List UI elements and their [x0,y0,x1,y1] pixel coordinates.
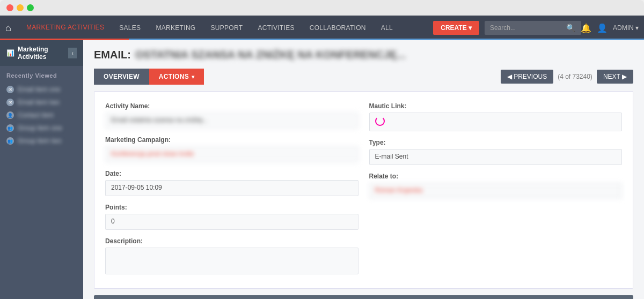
sidebar-item-3[interactable]: 👤 Contact item [0,109,83,122]
user-avatar-icon[interactable]: 👤 [597,23,608,33]
sidebar-recently-viewed: Recently Viewed ✉ Email item one ✉ Email… [0,66,83,154]
nav-item-sales[interactable]: SALES [112,16,148,40]
close-btn[interactable] [6,4,13,11]
actions-tab[interactable]: ACTIONS ▾ [149,69,204,85]
nav-item-support[interactable]: SUPPORT [203,16,250,40]
type-label: Type: [369,139,623,146]
date-field: Date: 2017-09-05 10:09 [105,170,358,196]
date-value: 2017-09-05 10:09 [105,180,358,196]
sidebar-section-title: Recently Viewed [0,72,83,83]
record-count: (4 of 73240) [558,73,592,80]
sidebar-item-4[interactable]: 👥 Group item one [0,122,83,134]
page-title-value: OSTATNIA SZANSA NA ZNIŻKĘ NA KONFERENCJĘ… [135,49,406,61]
window-chrome [0,0,644,16]
description-label: Description: [105,237,358,245]
nav-item-marketing[interactable]: MARKETING [148,16,203,40]
nav-item-all[interactable]: ALL [374,16,400,40]
next-button[interactable]: NEXT ▶ [597,70,633,84]
activity-name-value: Email ostatnia szansa na zniżkę... [105,113,358,129]
marketing-campaign-label: Marketing Campaign: [105,136,358,144]
sidebar-item-icon-1: ✉ [6,86,14,93]
top-nav: ⌂ MARKETING ACTIVITIES SALES MARKETING S… [0,16,644,40]
points-label: Points: [105,204,358,211]
sidebar-toggle-button[interactable]: ‹ [68,48,77,58]
app-body: 📊 Marketing Activities ‹ Recently Viewed… [0,40,644,299]
sidebar-item-label-1: Email item one [18,86,60,93]
marketing-campaign-field: Marketing Campaign: Konferencja prod clo… [105,136,358,162]
search-container: 🔍 [485,21,575,35]
date-label: Date: [105,170,358,177]
sidebar-header: 📊 Marketing Activities ‹ [0,40,83,66]
other-section-header: OTHER − [94,295,633,299]
sidebar-item-2[interactable]: ✉ Email item two [0,96,83,109]
sidebar-item-icon-5: 👥 [6,137,14,145]
activity-name-field: Activity Name: Email ostatnia szansa na … [105,102,358,129]
actions-caret-icon: ▾ [192,74,194,80]
minimize-btn[interactable] [17,4,24,11]
sidebar-item-1[interactable]: ✉ Email item one [0,83,83,96]
form-card: Activity Name: Email ostatnia szansa na … [94,91,633,289]
nav-right: CREATE ▾ 🔍 🔔 👤 ADMIN ▾ [433,21,639,35]
main-content: EMAIL: OSTATNIA SZANSA NA ZNIŻKĘ NA KONF… [83,40,644,299]
toolbar-tabs: OVERVIEW ACTIONS ▾ [94,69,204,85]
mautic-link-spinner [375,116,385,126]
toolbar: OVERVIEW ACTIONS ▾ ◀ PREVIOUS (4 of 7324… [94,69,633,85]
actions-label: ACTIONS [159,73,189,80]
create-button[interactable]: CREATE ▾ [433,21,479,35]
nav-item-activities[interactable]: ACTIVITIES [250,16,302,40]
mautic-link-field: Mautic Link: [369,102,623,131]
sidebar-item-icon-4: 👥 [6,124,14,132]
points-value: 0 [105,214,358,230]
overview-tab[interactable]: OVERVIEW [94,69,149,85]
points-field: Points: 0 [105,204,358,230]
sidebar-item-icon-2: ✉ [6,99,14,106]
sidebar-item-label-2: Email item two [18,99,60,106]
sidebar-item-label-3: Contact item [18,111,54,119]
notification-icon[interactable]: 🔔 [581,23,591,33]
nav-items: MARKETING ACTIVITIES SALES MARKETING SUP… [19,16,433,40]
relate-to-value: Roman Kopeska [369,183,623,199]
maximize-btn[interactable] [27,4,34,11]
page-title-prefix: EMAIL: [94,49,131,61]
sidebar-item-icon-3: 👤 [6,111,14,119]
form-col-left: Activity Name: Email ostatnia szansa na … [105,102,358,274]
search-icon[interactable]: 🔍 [566,24,575,32]
relate-to-field: Relate to: Roman Kopeska [369,173,623,199]
nav-item-marketing-activities[interactable]: MARKETING ACTIVITIES [19,16,112,40]
home-icon[interactable]: ⌂ [5,23,11,34]
description-field: Description: [105,237,358,274]
sidebar: 📊 Marketing Activities ‹ Recently Viewed… [0,40,83,299]
toolbar-navigation: ◀ PREVIOUS (4 of 73240) NEXT ▶ [501,70,633,84]
form-row-1: Activity Name: Email ostatnia szansa na … [105,102,622,274]
type-field: Type: E-mail Sent [369,139,623,165]
relate-to-label: Relate to: [369,173,623,180]
previous-button[interactable]: ◀ PREVIOUS [501,70,553,84]
activity-name-label: Activity Name: [105,102,358,110]
sidebar-item-5[interactable]: 👥 Group item two [0,134,83,147]
page-title: EMAIL: OSTATNIA SZANSA NA ZNIŻKĘ NA KONF… [94,49,633,61]
sidebar-header-label: Marketing Activities [18,46,65,61]
sidebar-item-label-5: Group item two [18,137,61,145]
admin-menu[interactable]: ADMIN ▾ [613,24,639,32]
sidebar-item-label-4: Group item one [18,124,62,132]
mautic-link-value [369,113,623,131]
mautic-link-label: Mautic Link: [369,102,623,110]
marketing-campaign-value: Konferencja prod close invite [105,146,358,162]
sidebar-header-icon: 📊 [6,49,14,57]
type-value: E-mail Sent [369,149,623,165]
form-col-right: Mautic Link: Type: E-mail Sent Relate to… [369,102,623,274]
nav-item-collaboration[interactable]: COLLABORATION [302,16,374,40]
description-value [105,248,358,274]
